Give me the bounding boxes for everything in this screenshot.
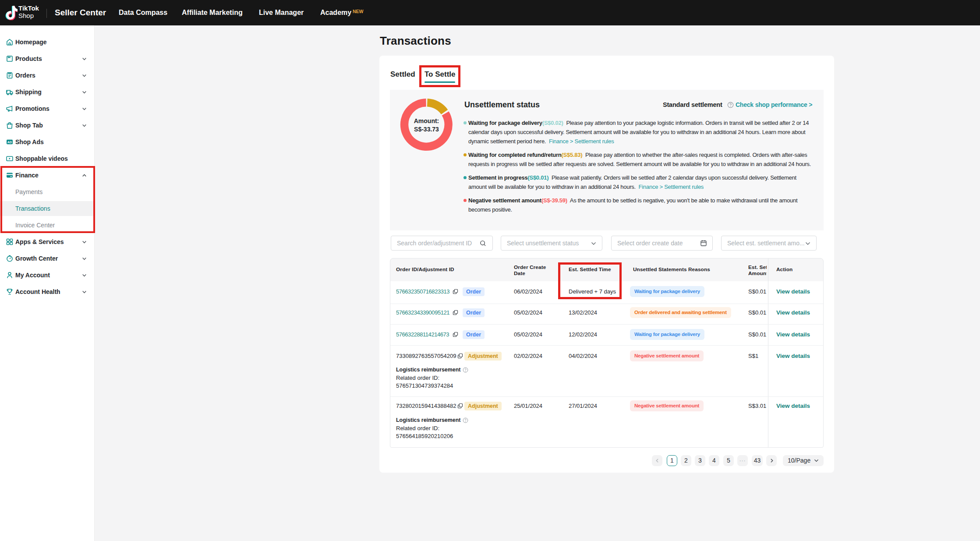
svg-text:AD: AD xyxy=(7,140,12,144)
